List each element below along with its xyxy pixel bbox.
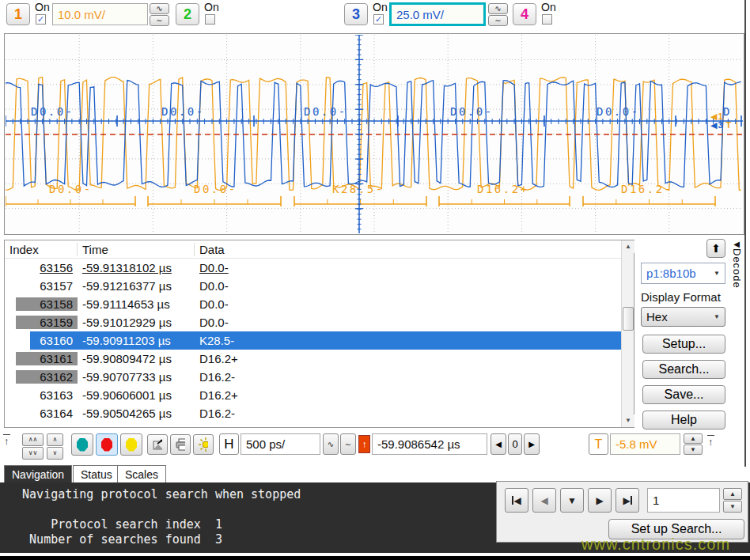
nav-next-button[interactable]: ▶ [588, 488, 612, 513]
export-image-button[interactable] [147, 434, 168, 455]
channel-3-scale-down-button[interactable]: ∼ [488, 15, 508, 26]
column-header-index[interactable]: Index [5, 243, 78, 256]
svg-text:D0.0-: D0.0- [161, 105, 205, 118]
level-up-button[interactable]: ▲ [684, 433, 703, 444]
svg-text:D0.0-: D0.0- [304, 105, 347, 118]
index-up-button[interactable]: ▲ [723, 488, 742, 500]
level-down-button[interactable]: ▼ [684, 445, 703, 455]
timebase-coarse-button[interactable]: ∼ [340, 433, 356, 455]
channel-2-on-label: On [204, 1, 219, 13]
channel-4-button[interactable]: 4 [513, 3, 536, 25]
horizontal-menu-button[interactable]: H [219, 433, 239, 455]
channel-3-scale-field[interactable]: 25.0 mV/ [389, 2, 486, 26]
svg-text:D0.0-: D0.0- [597, 105, 640, 118]
channel-4-on-label: On [541, 1, 556, 13]
print-button[interactable] [170, 434, 191, 455]
svg-text:D16.2-: D16.2- [621, 183, 673, 195]
tab-scales[interactable]: Scales [117, 465, 166, 482]
timebase-fine-button[interactable]: ∿ [323, 433, 339, 455]
table-row[interactable]: 63161-59.90809472 µsD16.2+ [5, 350, 634, 368]
channel-3-on-label: On [373, 1, 388, 13]
svg-text:D0.0-: D0.0- [450, 105, 494, 118]
nav-stop-button[interactable]: ▼ [560, 488, 584, 513]
export-image-icon [153, 438, 162, 451]
table-row[interactable]: 63157-59.91216377 µsD0.0- [5, 277, 634, 295]
channel-1-scale-down-button[interactable]: ∼ [150, 15, 169, 26]
decode-sidebar-tab[interactable]: ◀ Decode [729, 240, 744, 319]
table-row[interactable]: 63158-59.91114653 µsD0.0- [5, 295, 634, 313]
stop-button[interactable] [96, 433, 118, 456]
table-row[interactable]: 63160-59.90911203 µsK28.5- [30, 331, 634, 350]
scrollbar-thumb[interactable] [623, 307, 634, 331]
scroll-down-button[interactable]: ▼ [622, 414, 634, 427]
coarse-adjust-spinner[interactable]: ∧∧ ∨∨ [22, 433, 44, 460]
timebase-field[interactable]: 500 ps/ [241, 433, 320, 455]
waveform-canvas: D0.0-D0.0-D0.0-D0.0-D0.0-DD0.0-D0.0-K28.… [6, 35, 743, 233]
channel-3-button[interactable]: 3 [344, 3, 368, 25]
table-scrollbar[interactable]: ▲ ▼ [621, 240, 634, 427]
position-zero-button[interactable]: 0 [508, 433, 522, 455]
scroll-up-button[interactable]: ▲ [622, 240, 634, 253]
nav-last-button[interactable]: ▶ [616, 488, 639, 513]
channel-3-ref-arrow-icon[interactable]: ◀ [710, 121, 717, 130]
waveform-display[interactable]: D0.0-D0.0-D0.0-D0.0-D0.0-DD0.0-D0.0-K28.… [4, 33, 744, 235]
channel-1-scale-field[interactable]: 10.0 mV/ [52, 3, 148, 25]
search-index-field[interactable]: 1 [647, 488, 720, 513]
table-row[interactable]: 63156-59.91318102 µsD0.0- [5, 259, 634, 277]
trigger-menu-button[interactable]: T [589, 433, 608, 455]
save-button[interactable]: Save... [642, 385, 725, 404]
fine-down-button[interactable]: ∨ [47, 447, 63, 460]
clear-display-button[interactable] [193, 434, 214, 455]
run-button[interactable] [71, 433, 93, 456]
tab-navigation[interactable]: Navigation [4, 465, 72, 482]
search-button[interactable]: Search... [642, 360, 725, 379]
channel-4-on-checkbox[interactable] [542, 14, 552, 25]
run-icon [77, 438, 88, 452]
position-right-button[interactable]: ▶ [524, 433, 540, 455]
svg-text:D0.0-: D0.0- [31, 105, 74, 118]
channel-2-on-checkbox[interactable] [205, 14, 215, 25]
coarse-up-button[interactable]: ∧∧ [22, 433, 44, 446]
chevron-down-icon: ▼ [714, 270, 720, 277]
channel-3-on-checkbox[interactable]: ✓ [373, 14, 384, 25]
horizontal-position-field[interactable]: -59.9086542 µs [372, 433, 487, 455]
table-row[interactable]: 63164-59.90504265 µsD16.2- [5, 404, 634, 422]
protocol-select[interactable]: p1:8b10b▼ [641, 263, 725, 284]
setup-button[interactable]: Setup... [642, 335, 725, 354]
trigger-position-icon[interactable]: ↑ [358, 435, 370, 453]
channel-2-button[interactable]: 2 [176, 3, 199, 25]
trigger-level-spinner[interactable]: ▲ ▼ [684, 433, 703, 455]
scroll-top-icon[interactable]: ↑ [3, 434, 10, 447]
scroll-top-icon-2[interactable]: ↑ [707, 435, 714, 448]
table-row[interactable]: 63163-59.90606001 µsD16.2+ [5, 386, 634, 404]
decode-tab-label: Decode [731, 248, 743, 289]
index-down-button[interactable]: ▼ [723, 501, 742, 513]
channel-1-on-label: On [35, 1, 50, 13]
channel-1-on-checkbox[interactable]: ✓ [36, 14, 46, 25]
window-right-divider [744, 0, 746, 467]
table-row[interactable]: 63162-59.90707733 µsD16.2- [5, 368, 634, 386]
nav-prev-button[interactable]: ◀ [532, 488, 556, 513]
search-index-spinner[interactable]: ▲ ▼ [723, 488, 742, 513]
trigger-level-field[interactable]: -5.8 mV [610, 433, 680, 455]
channel-1-button[interactable]: 1 [6, 3, 30, 25]
single-icon [126, 438, 137, 452]
tab-status[interactable]: Status [73, 465, 120, 482]
position-left-button[interactable]: ◀ [491, 433, 506, 455]
channel-3-scale-up-button[interactable]: ∿ [488, 3, 508, 14]
nav-first-button[interactable]: ◀ [505, 488, 528, 513]
trigger-level-marker[interactable]: T [726, 121, 732, 130]
panel-collapse-up-button[interactable]: ⬆ [706, 239, 725, 258]
help-button[interactable]: Help [642, 411, 725, 429]
fine-up-button[interactable]: ∧ [47, 433, 63, 446]
column-header-time[interactable]: Time [78, 243, 195, 256]
brightness-sun-icon [199, 437, 208, 452]
fine-adjust-spinner[interactable]: ∧ ∨ [47, 433, 63, 460]
coarse-down-button[interactable]: ∨∨ [22, 447, 44, 460]
search-navigation-panel: ◀ ◀ ▼ ▶ ▶ 1 ▲ ▼ Set up Search... [496, 481, 748, 543]
column-header-data[interactable]: Data [195, 243, 634, 256]
channel-1-scale-up-button[interactable]: ∿ [150, 3, 169, 14]
single-button[interactable] [120, 433, 142, 456]
table-row[interactable]: 63159-59.91012929 µsD0.0- [5, 313, 634, 331]
display-format-select[interactable]: Hex▼ [641, 307, 725, 327]
